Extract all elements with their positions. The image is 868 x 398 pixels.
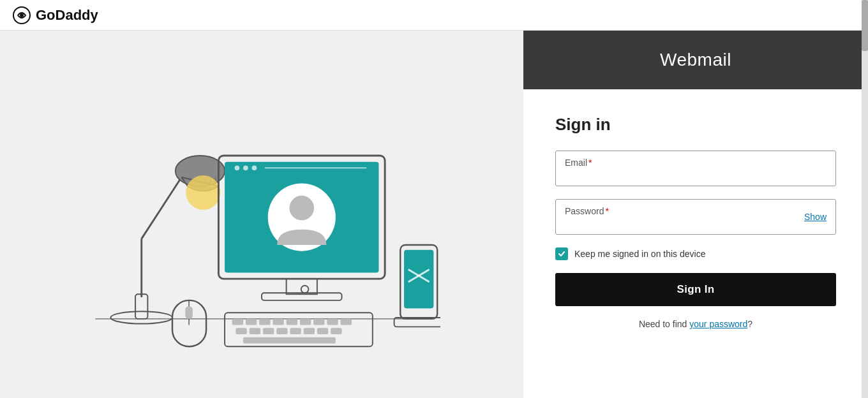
svg-point-1 — [20, 13, 24, 17]
password-input[interactable] — [565, 205, 804, 229]
keep-signed-in-label: Keep me signed in on this device — [574, 249, 705, 259]
svg-point-20 — [243, 166, 248, 171]
scrollbar[interactable] — [862, 0, 868, 398]
keep-signed-in-checkbox[interactable] — [555, 247, 568, 260]
svg-rect-4 — [135, 295, 147, 320]
svg-rect-43 — [304, 328, 315, 335]
svg-rect-34 — [300, 319, 311, 325]
godaddy-logo-icon — [13, 6, 31, 24]
svg-rect-44 — [317, 328, 328, 335]
svg-rect-41 — [276, 328, 287, 335]
page-wrapper: Webmail Sign in Email* Password* — [0, 31, 868, 398]
forgot-password-link[interactable]: your password — [689, 319, 747, 329]
svg-rect-36 — [327, 319, 338, 325]
svg-point-27 — [301, 286, 309, 293]
svg-rect-33 — [287, 319, 297, 325]
svg-rect-37 — [341, 319, 352, 325]
login-panel: Webmail Sign in Email* Password* — [523, 31, 868, 398]
svg-rect-45 — [331, 328, 341, 335]
logo-text: GoDaddy — [36, 7, 98, 24]
forgot-prefix: Need to find — [639, 319, 689, 329]
sign-in-button[interactable]: Sign In — [555, 273, 836, 306]
svg-line-6 — [142, 177, 182, 239]
svg-point-24 — [289, 196, 314, 221]
illustration-area — [0, 31, 523, 398]
forgot-suffix: ? — [747, 319, 752, 329]
checkmark-icon — [558, 250, 565, 258]
keep-signed-in-row: Keep me signed in on this device — [555, 247, 836, 260]
scrollbar-thumb[interactable] — [862, 0, 868, 51]
svg-rect-46 — [243, 337, 336, 344]
logo: GoDaddy — [13, 6, 98, 24]
sign-in-heading: Sign in — [555, 115, 836, 135]
svg-point-19 — [235, 166, 240, 171]
webmail-title: Webmail — [536, 50, 855, 70]
email-input[interactable] — [565, 157, 827, 181]
email-form-group: Email* — [555, 151, 836, 186]
svg-rect-40 — [263, 328, 274, 335]
svg-rect-32 — [273, 319, 283, 325]
password-form-group: Password* Show — [555, 199, 836, 235]
svg-point-21 — [252, 166, 257, 171]
svg-rect-39 — [250, 328, 260, 335]
svg-rect-29 — [232, 319, 243, 325]
svg-point-16 — [186, 175, 220, 210]
svg-rect-42 — [290, 328, 301, 335]
show-password-button[interactable]: Show — [804, 212, 827, 222]
forgot-password-row: Need to find your password? — [555, 319, 836, 329]
login-header: Webmail — [523, 31, 868, 89]
svg-rect-30 — [246, 319, 257, 325]
svg-rect-49 — [185, 307, 193, 319]
email-field-wrapper: Email* — [555, 151, 836, 186]
top-navigation: GoDaddy — [0, 0, 868, 31]
login-body: Sign in Email* Password* Show — [523, 89, 868, 398]
hero-illustration — [83, 66, 440, 362]
password-field-wrapper: Password* Show — [555, 199, 836, 235]
svg-point-3 — [110, 312, 172, 324]
svg-rect-35 — [313, 319, 324, 325]
svg-rect-38 — [236, 328, 246, 335]
svg-rect-31 — [259, 319, 270, 325]
svg-rect-51 — [404, 250, 433, 309]
